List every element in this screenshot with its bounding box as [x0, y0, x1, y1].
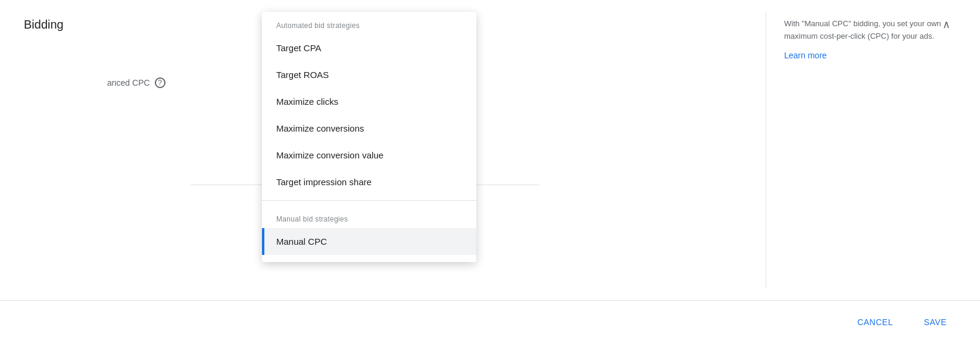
info-description: With "Manual CPC" bidding, you set your … [784, 18, 944, 43]
right-panel: ∧ With "Manual CPC" bidding, you set you… [766, 12, 956, 288]
automated-section-label: Automated bid strategies [262, 12, 476, 35]
cancel-button[interactable]: CANCEL [848, 311, 903, 333]
manual-section-label: Manual bid strategies [262, 205, 476, 228]
page-container: Bidding Automated bid strategies Target … [0, 0, 980, 343]
dropdown-item-target-cpa[interactable]: Target CPA [262, 35, 476, 61]
main-content: Bidding Automated bid strategies Target … [0, 0, 980, 300]
dropdown-item-maximize-clicks[interactable]: Maximize clicks [262, 88, 476, 115]
save-button[interactable]: SAVE [915, 311, 956, 333]
dropdown-bottom-padding [262, 255, 476, 262]
learn-more-link[interactable]: Learn more [784, 51, 827, 60]
bidding-center: Automated bid strategies Target CPA Targ… [107, 12, 766, 288]
bidding-label: Bidding [24, 12, 71, 288]
dropdown-item-target-impression-share[interactable]: Target impression share [262, 169, 476, 195]
dropdown-item-maximize-conversion-value[interactable]: Maximize conversion value [262, 142, 476, 169]
dropdown-item-maximize-conversions[interactable]: Maximize conversions [262, 115, 476, 142]
footer-bar: CANCEL SAVE [0, 300, 980, 343]
dropdown-divider [262, 200, 476, 201]
collapse-icon[interactable]: ∧ [942, 18, 950, 31]
dropdown-item-target-roas[interactable]: Target ROAS [262, 61, 476, 88]
enhanced-cpc-label: anced CPC [107, 78, 150, 88]
help-icon[interactable]: ? [155, 77, 166, 88]
dropdown-item-manual-cpc[interactable]: Manual CPC [262, 228, 476, 255]
bid-strategy-dropdown: Automated bid strategies Target CPA Targ… [262, 12, 476, 262]
